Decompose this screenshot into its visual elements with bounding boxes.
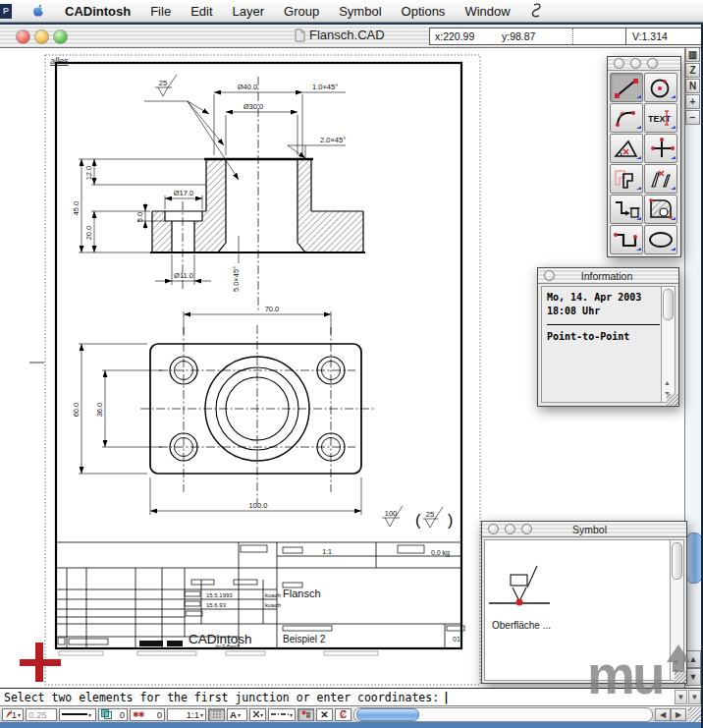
menu-layer[interactable]: Layer xyxy=(223,0,275,22)
palette-close-icon[interactable] xyxy=(544,270,555,281)
redraw-button[interactable]: ▥ xyxy=(685,47,700,62)
scroll-up-arrow[interactable]: ▲ xyxy=(685,650,701,668)
palette-collapse-icon[interactable] xyxy=(647,58,658,69)
pen-icon xyxy=(5,709,12,719)
pen-selector[interactable]: 1 xyxy=(2,708,24,721)
scroll-right-arrow[interactable]: ▶ xyxy=(671,708,686,721)
line-width-field[interactable]: 0.25 xyxy=(26,708,57,721)
tool-edit[interactable] xyxy=(644,164,677,194)
tool-hatch[interactable] xyxy=(644,195,677,224)
menu-symbol[interactable]: Symbol xyxy=(329,0,391,22)
surface-100: 100 xyxy=(385,509,398,518)
tool-delete[interactable] xyxy=(610,195,643,224)
marks-field[interactable]: ✱✱ 0 xyxy=(130,708,165,721)
layer-selector[interactable]: 0 xyxy=(98,708,128,721)
font-label: A xyxy=(230,709,237,720)
tool-copy-contour[interactable] xyxy=(610,164,643,194)
prompt-history-arrow[interactable]: ▼ xyxy=(675,690,687,704)
point-style-selector[interactable] xyxy=(249,708,266,721)
coord-v: V:1.314 xyxy=(625,28,701,44)
zoom-window-button[interactable]: Z xyxy=(685,63,700,78)
tool-arc[interactable] xyxy=(610,103,643,133)
status-bar[interactable]: Select two elements for the first juncti… xyxy=(0,688,703,705)
menu-edit[interactable]: Edit xyxy=(181,0,222,22)
symbol-scrollbar[interactable]: ▲ ▼ xyxy=(670,539,684,681)
tool-ellipse[interactable] xyxy=(644,225,677,254)
info-scroll-thumb[interactable] xyxy=(663,289,674,320)
script-menu-icon[interactable] xyxy=(520,0,553,22)
line-width-value: 0.25 xyxy=(28,709,47,720)
solid-line-icon xyxy=(62,711,87,717)
tool-axis[interactable] xyxy=(644,134,677,163)
surface-25: 25 xyxy=(426,510,434,519)
apple-menu[interactable] xyxy=(22,0,55,22)
cancel-button[interactable]: ✕ xyxy=(316,708,333,721)
scroll-left-arrow[interactable]: ◀ xyxy=(655,708,671,721)
tool-line[interactable] xyxy=(610,73,643,102)
font-selector[interactable]: A xyxy=(227,708,247,721)
prompt-dropdown-arrow[interactable]: ▼ xyxy=(688,690,701,704)
surface-symbol-item[interactable]: Oberfläche ... xyxy=(485,540,670,680)
close-button[interactable] xyxy=(16,29,30,44)
tool-palette-titlebar[interactable] xyxy=(608,57,680,71)
dash-style-selector[interactable] xyxy=(268,708,296,721)
zoom-button[interactable] xyxy=(53,29,68,44)
tool-polyline[interactable] xyxy=(610,225,643,254)
palette-close-icon[interactable] xyxy=(488,524,499,534)
pen-number: 1 xyxy=(12,709,17,720)
zoom-normal-button[interactable]: N xyxy=(685,79,700,93)
grid-toggle[interactable] xyxy=(208,708,225,721)
dim-70: 70.0 xyxy=(265,305,280,313)
horizontal-scrollbar[interactable] xyxy=(353,707,653,722)
symbol-resize-grip[interactable] xyxy=(675,671,686,683)
menu-options[interactable]: Options xyxy=(392,0,456,22)
info-scroll-up[interactable]: ▲ xyxy=(662,377,673,388)
dim-dia40: Ø40.0 xyxy=(238,83,257,91)
symbol-palette-titlebar[interactable]: Symbol xyxy=(482,522,686,537)
palette-minimize-icon[interactable] xyxy=(505,524,515,534)
minimize-button[interactable] xyxy=(34,29,49,44)
info-resize-grip[interactable] xyxy=(667,394,678,406)
horizontal-scroll-thumb[interactable] xyxy=(356,708,419,721)
symbol-scroll-up[interactable]: ▲ xyxy=(671,655,681,666)
zoom-selector[interactable]: 1:1 xyxy=(167,708,206,721)
info-palette-title: Information xyxy=(555,270,659,282)
dim-12: 12.0 xyxy=(84,166,93,181)
tb-name2: kuach xyxy=(265,602,281,608)
layer-number: 0 xyxy=(120,709,125,720)
dim-45: 45.0 xyxy=(72,201,81,216)
menu-app[interactable]: CADintosh xyxy=(55,0,140,22)
center-snap-button[interactable]: Ȼ xyxy=(335,708,352,721)
vertical-scroll-thumb[interactable] xyxy=(686,532,702,584)
tool-palette: TEXT xyxy=(607,56,681,257)
window-titlebar[interactable]: Flansch.CAD x:220.99 y:98.87 V:1.314 xyxy=(0,25,703,48)
line-style-selector[interactable] xyxy=(59,708,96,721)
title-block: 1:1 0,0 kg 15.5.1993 kuach 15.6.93 kuach… xyxy=(56,542,464,655)
tb-weight: 0,0 kg xyxy=(431,549,450,557)
dim-dia11: Ø11.0 xyxy=(174,271,193,280)
info-time: 18:08 Uhr xyxy=(547,305,662,318)
coord-x: x:220.99 xyxy=(430,30,502,42)
coordinate-readout: x:220.99 y:98.87 V:1.314 xyxy=(429,28,702,45)
scroll-down-arrow[interactable]: ▼ xyxy=(685,668,701,686)
symbol-scroll-thumb[interactable] xyxy=(672,542,682,580)
dim-chamfer5: 5.0×45° xyxy=(232,266,241,292)
menu-group[interactable]: Group xyxy=(274,0,329,22)
info-scrollbar[interactable]: ▲ ▼ xyxy=(661,286,676,403)
zoom-out-button[interactable]: − xyxy=(685,110,700,125)
command-prompt[interactable]: Select two elements for the first juncti… xyxy=(0,691,439,704)
tool-text[interactable]: TEXT xyxy=(644,103,677,133)
snap-toggle[interactable] xyxy=(297,708,314,721)
symbol-content[interactable]: Oberfläche ... xyxy=(484,539,671,681)
grid-icon xyxy=(212,709,222,719)
coord-divider xyxy=(572,28,625,44)
menu-file[interactable]: File xyxy=(140,0,181,22)
crosshair-cursor xyxy=(20,643,61,682)
tool-angle[interactable] xyxy=(610,134,643,163)
info-palette-titlebar[interactable]: Information xyxy=(538,268,678,284)
menu-window[interactable]: Window xyxy=(455,0,519,22)
tool-circle[interactable] xyxy=(644,73,677,102)
palette-zoom-icon[interactable] xyxy=(521,524,532,534)
palette-close-icon[interactable] xyxy=(614,58,624,69)
zoom-in-button[interactable]: + xyxy=(685,94,700,109)
